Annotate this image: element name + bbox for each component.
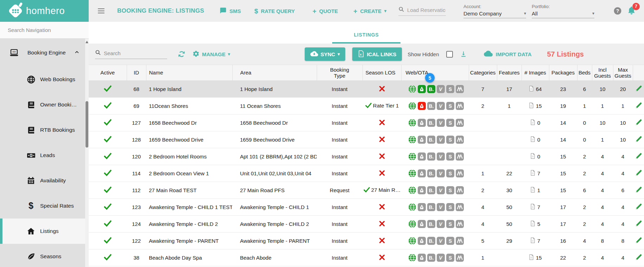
edit-listing-button[interactable] <box>635 85 643 93</box>
create-label: CREATE <box>360 8 381 14</box>
main-area: BOOKING ENGINE: LISTINGS SMS $ RATE QUER… <box>89 0 644 267</box>
portfolio-select[interactable]: All ▾ <box>532 11 594 18</box>
cell-id: 69 <box>127 98 146 115</box>
refresh-icon[interactable] <box>178 50 185 58</box>
table-row[interactable]: 124Awakening Temple - CHILD 2Awakening T… <box>89 216 644 233</box>
sidebar-item-label: Leads <box>40 152 55 158</box>
cell-images: 7 <box>522 165 549 182</box>
account-select[interactable]: Demo Company ▾ <box>463 11 526 18</box>
cell-images: 15 <box>522 249 549 266</box>
sms-button[interactable]: SMS <box>220 7 241 15</box>
ota-web-globe-icon <box>408 203 416 211</box>
active-check-icon <box>103 105 112 111</box>
cell-features: 50 <box>497 216 522 233</box>
edit-listing-button[interactable] <box>635 118 643 127</box>
sidebar-item-owner-booki[interactable]: Owner Booki… <box>0 92 85 117</box>
cell-area: Awakening Temple - PARENT <box>232 233 317 249</box>
table-row[interactable]: 1202 Bedroom Hotel RoomsApt 101 (2 BBRM)… <box>89 148 644 165</box>
sidebar-item-web-bookings[interactable]: Web Bookings <box>0 67 85 92</box>
tab-listings[interactable]: LISTINGS <box>332 32 401 44</box>
cell-id: 38 <box>127 249 146 266</box>
download-icon[interactable] <box>460 51 467 58</box>
edit-listing-button[interactable] <box>635 203 643 211</box>
ota-vrbo-icon: V <box>437 220 445 228</box>
brand-logo[interactable]: homhero <box>0 0 89 22</box>
manage-button[interactable]: MANAGE ▾ <box>192 50 230 58</box>
table-row[interactable]: 38Beach Abode Day SpaBeach AbodeInstantB… <box>89 249 644 266</box>
cloud-download-icon <box>310 50 318 59</box>
edit-listing-button[interactable] <box>635 152 643 161</box>
edit-listing-button[interactable] <box>635 169 643 178</box>
sync-label: SYNC <box>321 51 335 57</box>
sync-button[interactable]: SYNC ▾ <box>305 47 346 61</box>
ota-airbnb-icon <box>418 169 426 177</box>
cell-packages: 15 <box>549 148 577 165</box>
page-title: BOOKING ENGINE: LISTINGS <box>117 7 204 14</box>
cell-active <box>89 98 127 115</box>
sidebar-item-listings[interactable]: Listings <box>0 219 85 244</box>
show-hidden-checkbox[interactable] <box>446 51 453 58</box>
ota-channel-icons: B.VS <box>408 254 468 262</box>
edit-listing-button[interactable] <box>635 135 643 144</box>
season-los-label: 27 Main R… <box>371 187 400 193</box>
topbar: BOOKING ENGINE: LISTINGS SMS $ RATE QUER… <box>89 0 644 22</box>
account-label: Account: <box>463 4 526 9</box>
cell-season-los <box>362 148 401 165</box>
cell-web-ota: B.VS <box>401 216 469 233</box>
edit-listing-button[interactable] <box>635 220 643 228</box>
notifications-button[interactable]: 7 <box>627 6 636 17</box>
edit-listing-button[interactable] <box>635 236 643 245</box>
create-button[interactable]: + CREATE ▾ <box>353 8 386 14</box>
sidebar-item-seasons[interactable]: Seasons <box>0 244 85 267</box>
ota-stayz-icon: S <box>446 237 454 245</box>
ota-airbnb-icon <box>418 136 426 144</box>
rate-query-button[interactable]: $ RATE QUERY <box>254 8 295 14</box>
sidebar-section-label: Booking Engine <box>27 50 74 56</box>
image-count: 1 <box>537 187 540 193</box>
ota-stayz-icon: S <box>446 254 454 262</box>
edit-listing-button[interactable] <box>635 186 643 195</box>
document-icon <box>530 170 535 177</box>
ical-links-button[interactable]: x ICAL LINKS <box>352 47 402 61</box>
cell-images: 15 <box>522 98 549 115</box>
cell-season-los <box>362 131 401 148</box>
hamburger-menu-icon[interactable] <box>96 7 106 15</box>
edit-listing-button[interactable] <box>635 253 643 262</box>
sidebar-item-leads[interactable]: 1 Leads <box>0 143 85 168</box>
ota-channel-icons: B.VS <box>408 102 468 110</box>
sidebar-item-availability[interactable]: Availability <box>0 168 85 193</box>
scroll-up-arrow-icon[interactable] <box>86 41 88 43</box>
ota-vrbo-icon: V <box>437 85 445 93</box>
table-row[interactable]: 6911Ocean Shores11 Ocean ShoresInstantRa… <box>89 98 644 115</box>
document-icon <box>530 220 535 228</box>
cell-season-los <box>362 216 401 233</box>
ota-stayz-icon: S <box>446 169 454 177</box>
help-icon[interactable]: ? <box>613 7 622 15</box>
listings-table-container: 5 ActiveIDNameAreaBooking TypeSeason LOS… <box>89 65 644 267</box>
quote-button[interactable]: + QUOTE <box>312 8 338 14</box>
load-reservation-input[interactable] <box>406 7 446 13</box>
sidebar-section-booking-engine[interactable]: <> Booking Engine <box>0 39 85 67</box>
cell-beds: 2 <box>577 249 592 266</box>
image-count: 7 <box>537 170 540 176</box>
scrollbar-thumb[interactable] <box>86 101 88 148</box>
cell-categories: 1 <box>469 249 497 266</box>
import-data-button[interactable]: IMPORT DATA <box>484 49 532 59</box>
sidebar-item-special-rates[interactable]: $ Special Rates <box>0 193 85 219</box>
table-row[interactable]: 1142 Bedroom Ocean View 1Unit 01,Unit 02… <box>89 165 644 182</box>
cell-beds: 6 <box>577 182 592 199</box>
table-row[interactable]: 123Awakening Temple - CHILD 1 TESTAwaken… <box>89 199 644 216</box>
table-row[interactable]: 681 Hope Island1 Hope IslandInstantB.VS7… <box>89 81 644 98</box>
table-row[interactable]: 1281659 Beechwood Drive1659 Beechwood Dr… <box>89 131 644 148</box>
table-search-input[interactable] <box>103 50 163 57</box>
svg-text:B.: B. <box>429 204 434 210</box>
sidebar-search-input[interactable] <box>7 27 76 33</box>
ota-booking-icon: B. <box>427 254 435 262</box>
edit-listing-button[interactable] <box>635 102 643 110</box>
season-los-cross-icon <box>379 153 385 159</box>
table-row[interactable]: 1271658 Beechwood Dr1658 Beechwood DrIns… <box>89 115 644 131</box>
table-row[interactable]: 122Awakening Temple - PARENTAwakening Te… <box>89 233 644 249</box>
table-row[interactable]: 11227 Main Road TEST27 Main Road PFSRequ… <box>89 182 644 199</box>
sidebar-item-rtb-bookings[interactable]: RTB Bookings <box>0 117 85 143</box>
sidebar-scrollbar[interactable] <box>85 39 89 267</box>
